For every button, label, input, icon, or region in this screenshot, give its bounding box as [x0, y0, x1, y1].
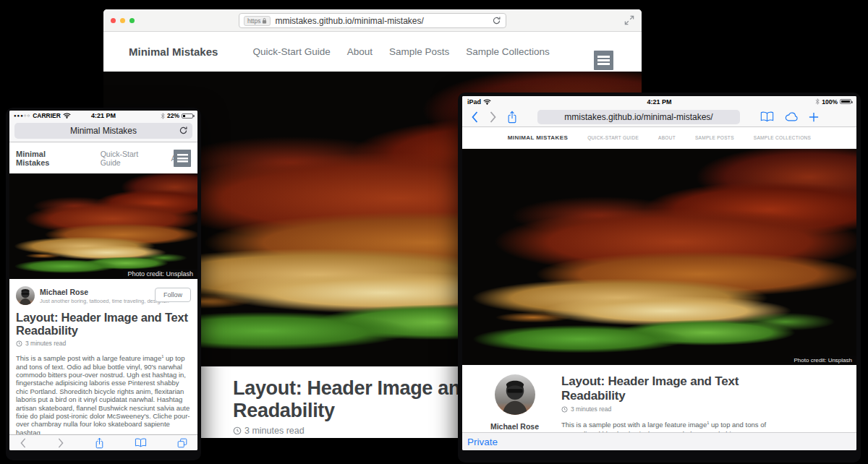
desktop-titlebar: https mmistakes.github.io/minimal-mistak…	[103, 9, 642, 32]
clock-icon	[16, 340, 22, 347]
ipad-url-text: mmistakes.github.io/minimal-mistakes/	[564, 112, 712, 122]
desktop-url-text: mmistakes.github.io/minimal-mistakes/	[275, 16, 489, 26]
close-window-button[interactable]	[111, 18, 116, 23]
iphone-url-text: Minimal Mistakes	[70, 126, 137, 136]
battery-percent: 22%	[167, 112, 179, 119]
clock-icon	[233, 426, 242, 435]
hero-image-ipad: Photo credit: Unsplash	[462, 149, 856, 365]
back-button[interactable]	[471, 111, 479, 123]
hamburger-menu-button[interactable]	[594, 51, 613, 70]
fullscreen-expand-icon[interactable]	[624, 14, 635, 26]
nav-link-quick-start[interactable]: QUICK-START GUIDE	[587, 135, 639, 140]
site-brand-link[interactable]: Minimal Mistakes	[16, 150, 79, 167]
desktop-site-nav: Minimal Mistakes Quick-Start Guide About…	[103, 32, 642, 72]
reload-icon[interactable]	[179, 126, 188, 135]
battery-icon	[840, 99, 851, 104]
private-browsing-bar: Private	[462, 432, 856, 450]
battery-percent: 100%	[822, 98, 838, 106]
photo-credit-link[interactable]: Photo credit: Unsplash	[790, 356, 857, 365]
paragraph-text: up top and tons of text. Odio ad blue bo…	[16, 354, 190, 437]
article-meta: 3 minutes read	[561, 405, 773, 413]
nav-link-quick-start[interactable]: Quick-Start Guide	[101, 150, 158, 167]
iphone-status-bar: ●●●○○ CARRIER 4:21 PM 22%	[9, 111, 197, 121]
bookmarks-icon[interactable]	[760, 111, 774, 122]
hamburger-menu-button[interactable]	[174, 150, 191, 167]
paragraph-text: This is a sample post with a large featu…	[16, 354, 161, 362]
nav-link-about[interactable]: About	[347, 46, 373, 57]
nav-link-sample-collections[interactable]: SAMPLE COLLECTIONS	[754, 135, 811, 140]
author-row: Michael Rose Just another boring, tattoo…	[16, 286, 191, 305]
forward-button[interactable]	[489, 111, 497, 123]
back-button[interactable]	[20, 438, 27, 448]
author-name: Michael Rose	[477, 422, 553, 431]
read-time: 3 minutes read	[244, 426, 305, 436]
article-meta: 3 minutes read	[16, 340, 191, 347]
nav-link-quick-start[interactable]: Quick-Start Guide	[252, 46, 330, 57]
author-avatar	[495, 374, 535, 415]
minimize-window-button[interactable]	[120, 18, 125, 23]
private-button[interactable]: Private	[467, 437, 498, 447]
avatar-image	[495, 374, 535, 415]
site-brand-link[interactable]: MINIMAL MISTAKES	[508, 134, 568, 141]
desktop-address-bar[interactable]: https mmistakes.github.io/minimal-mistak…	[239, 13, 506, 28]
ipad-screen: iPad 4:21 PM 100%	[462, 96, 856, 450]
bluetooth-icon	[815, 98, 820, 105]
share-icon[interactable]	[507, 111, 517, 124]
new-tab-icon[interactable]	[809, 112, 819, 122]
battery-icon	[182, 113, 193, 119]
author-name: Michael Rose	[40, 286, 169, 296]
nav-link-sample-posts[interactable]: Sample Posts	[389, 46, 449, 57]
ipad-address-bar[interactable]: mmistakes.github.io/minimal-mistakes/	[537, 110, 740, 124]
reload-icon[interactable]	[492, 16, 501, 25]
nav-link-sample-posts[interactable]: SAMPLE POSTS	[695, 135, 734, 140]
author-bio: Just another boring, tattooed, time trav…	[40, 298, 169, 304]
article-paragraph: This is a sample post with a large featu…	[561, 418, 773, 432]
read-time: 3 minutes read	[571, 405, 611, 413]
iphone-device: ●●●○○ CARRIER 4:21 PM 22% Minimal Mi	[6, 108, 201, 460]
https-badge: https	[244, 16, 271, 26]
iphone-address-bar[interactable]: Minimal Mistakes	[14, 123, 192, 139]
article-title: Layout: Header Image and Text Readabilit…	[561, 374, 773, 403]
ipad-article: Michael Rose Just another boring, tattoo…	[462, 365, 856, 432]
share-icon[interactable]	[95, 437, 104, 449]
clock-icon	[561, 406, 568, 413]
article-title: Layout: Header Image and Text Readabilit…	[16, 311, 191, 337]
iphone-url-zone: Minimal Mistakes	[9, 121, 197, 142]
article-paragraph: This is a sample post with a large featu…	[16, 353, 191, 437]
icloud-tabs-icon[interactable]	[784, 112, 799, 122]
ipad-device: iPad 4:21 PM 100%	[458, 93, 861, 463]
paragraph-text: This is a sample post with a large featu…	[561, 421, 707, 429]
forward-button[interactable]	[57, 438, 64, 448]
iphone-screen: ●●●○○ CARRIER 4:21 PM 22% Minimal Mi	[9, 111, 197, 450]
site-brand-link[interactable]: Minimal Mistakes	[129, 46, 218, 58]
bluetooth-icon	[161, 113, 165, 119]
nav-link-sample-collections[interactable]: Sample Collections	[466, 46, 550, 57]
author-avatar	[16, 286, 35, 305]
read-time: 3 minutes read	[25, 340, 66, 347]
author-sidebar: Michael Rose Just another boring, tattoo…	[477, 374, 553, 432]
ipad-site-nav: MINIMAL MISTAKES QUICK-START GUIDE ABOUT…	[462, 127, 856, 149]
iphone-article: Michael Rose Just another boring, tattoo…	[9, 279, 197, 450]
window-controls	[111, 18, 135, 23]
iphone-site-nav: Minimal Mistakes Quick-Start Guide About	[9, 142, 197, 173]
follow-button[interactable]: Follow	[155, 288, 191, 302]
responsive-showcase: https mmistakes.github.io/minimal-mistak…	[0, 0, 868, 464]
article-main: Layout: Header Image and Text Readabilit…	[553, 374, 773, 432]
lock-icon	[262, 17, 267, 24]
nav-link-about[interactable]: ABOUT	[658, 135, 676, 140]
ipad-toolbar: mmistakes.github.io/minimal-mistakes/	[462, 107, 856, 127]
photo-credit-link[interactable]: Photo credit: Unsplash	[123, 269, 197, 279]
avatar-image	[16, 286, 35, 305]
zoom-window-button[interactable]	[129, 18, 135, 23]
bookmarks-icon[interactable]	[135, 438, 147, 447]
ipad-status-bar: iPad 4:21 PM 100%	[462, 96, 856, 107]
hero-image-iphone: Photo credit: Unsplash	[9, 173, 197, 279]
status-time: 4:21 PM	[462, 98, 856, 106]
https-label: https	[247, 17, 260, 25]
iphone-bottom-toolbar	[9, 434, 197, 450]
tabs-icon[interactable]	[177, 438, 187, 448]
